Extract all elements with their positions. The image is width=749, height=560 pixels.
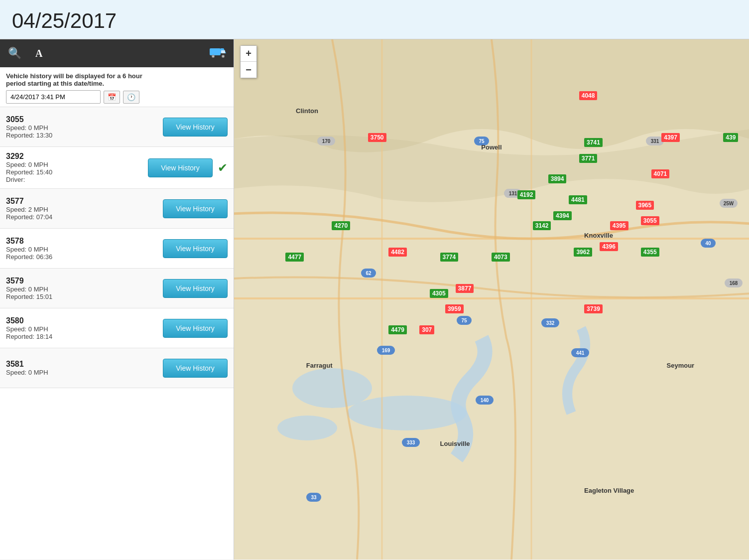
view-history-button[interactable]: View History xyxy=(163,359,228,378)
map-vehicle-label[interactable]: 3894 xyxy=(548,174,567,183)
svg-text:168: 168 xyxy=(730,280,738,286)
vehicle-reported: Reported: 07:04 xyxy=(6,213,163,221)
map-vehicle-label[interactable]: 4479 xyxy=(388,325,407,334)
view-history-button[interactable]: View History xyxy=(163,199,228,218)
vehicle-speed: Speed: 0 MPH xyxy=(6,246,163,253)
date-input-row: 📅 🕐 xyxy=(6,90,228,104)
svg-text:333: 333 xyxy=(407,440,415,445)
map-vehicle-label[interactable]: 4481 xyxy=(569,195,587,204)
vehicle-reported: Reported: 15:01 xyxy=(6,293,163,300)
map-controls: + − xyxy=(240,45,257,78)
vehicle-id: 3055 xyxy=(6,115,163,124)
zoom-in-button[interactable]: + xyxy=(241,46,256,62)
svg-text:140: 140 xyxy=(481,398,489,403)
svg-text:25W: 25W xyxy=(724,201,734,206)
vehicle-actions: View History xyxy=(163,199,228,218)
view-history-button[interactable]: View History xyxy=(148,158,213,177)
view-history-button[interactable]: View History xyxy=(163,118,228,137)
vehicle-item: 3577Speed: 2 MPHReported: 07:04View Hist… xyxy=(0,189,234,229)
map-vehicle-label[interactable]: 4394 xyxy=(553,211,572,220)
vehicle-id: 3292 xyxy=(6,152,148,161)
map-vehicle-label[interactable]: 307 xyxy=(419,325,434,334)
vehicle-info: 3292Speed: 0 MPHReported: 15:40Driver: xyxy=(6,152,148,183)
vehicle-id: 3578 xyxy=(6,237,163,246)
view-history-button[interactable]: View History xyxy=(163,319,228,338)
map-vehicle-label[interactable]: 3965 xyxy=(636,201,654,210)
map-vehicle-label[interactable]: 4071 xyxy=(651,169,670,178)
zoom-out-button[interactable]: − xyxy=(241,62,256,78)
vehicle-actions: View History xyxy=(163,118,228,137)
map-vehicle-label[interactable]: 3877 xyxy=(456,284,474,293)
svg-point-6 xyxy=(223,55,224,57)
map-vehicle-label[interactable]: 3741 xyxy=(584,138,603,147)
map-vehicle-label[interactable]: 3962 xyxy=(574,248,592,257)
selected-checkmark: ✔ xyxy=(218,161,228,175)
vehicle-speed: Speed: 0 MPH xyxy=(6,325,163,333)
vehicle-info: 3578Speed: 0 MPHReported: 06:36 xyxy=(6,237,163,261)
vehicle-reported: Reported: 18:14 xyxy=(6,333,163,340)
calendar-button[interactable]: 📅 xyxy=(104,91,120,104)
svg-text:75: 75 xyxy=(479,139,485,144)
svg-point-8 xyxy=(292,368,372,408)
page-date: 04/25/2017 xyxy=(12,9,737,33)
vehicle-id: 3579 xyxy=(6,277,163,285)
vehicle-id: 3580 xyxy=(6,316,163,325)
map-vehicle-label[interactable]: 4397 xyxy=(661,133,680,142)
clock-button[interactable]: 🕐 xyxy=(123,91,139,104)
svg-text:33: 33 xyxy=(311,495,317,500)
view-history-button[interactable]: View History xyxy=(163,239,228,258)
map-area: 75 62 75 441 140 332 169 333 33 331 170 … xyxy=(234,39,749,560)
map-vehicle-label[interactable]: 4305 xyxy=(430,289,448,298)
map-vehicle-label[interactable]: 4073 xyxy=(492,253,510,262)
map-vehicle-label[interactable]: 4477 xyxy=(285,253,304,262)
vehicle-info: 3581Speed: 0 MPH xyxy=(6,360,163,376)
vehicle-id: 3581 xyxy=(6,360,163,369)
svg-rect-2 xyxy=(221,50,225,53)
map-vehicle-label[interactable]: 4355 xyxy=(641,248,659,257)
map-vehicle-label[interactable]: 4270 xyxy=(332,221,350,230)
svg-point-4 xyxy=(213,55,214,57)
map-vehicle-label[interactable]: 3739 xyxy=(584,304,603,313)
vehicle-reported: Reported: 06:36 xyxy=(6,253,163,261)
map-vehicle-label[interactable]: 4192 xyxy=(517,190,536,199)
date-input[interactable] xyxy=(6,90,101,104)
svg-text:40: 40 xyxy=(705,241,711,246)
filter-hint: Vehicle history will be displayed for a … xyxy=(6,72,228,87)
map-vehicle-label[interactable]: 3774 xyxy=(440,253,459,262)
vehicle-speed: Speed: 0 MPH xyxy=(6,285,163,293)
svg-text:441: 441 xyxy=(576,350,585,356)
vehicle-actions: View History✔ xyxy=(148,158,228,177)
map-vehicle-label[interactable]: 3959 xyxy=(445,304,464,313)
search-icon[interactable]: 🔍 xyxy=(6,45,23,62)
map-vehicle-label[interactable]: 4482 xyxy=(388,248,407,257)
toolbar: 🔍 A xyxy=(0,39,234,67)
view-history-button[interactable]: View History xyxy=(163,279,228,298)
vehicle-actions: View History xyxy=(163,319,228,338)
svg-text:169: 169 xyxy=(382,348,390,353)
map-vehicle-label[interactable]: 4048 xyxy=(579,91,598,100)
vehicle-speed: Speed: 2 MPH xyxy=(6,206,163,213)
vehicle-reported: Reported: 15:40 xyxy=(6,168,148,176)
truck-icon[interactable] xyxy=(210,45,228,62)
map-vehicle-label[interactable]: 4395 xyxy=(610,221,628,230)
svg-text:170: 170 xyxy=(322,139,331,144)
left-panel: 🔍 A Vehicle history will be displayed fo… xyxy=(0,39,234,560)
vehicles-list[interactable]: 3055Speed: 0 MPHReported: 13:30View Hist… xyxy=(0,107,234,560)
vehicle-item: 3578Speed: 0 MPHReported: 06:36View Hist… xyxy=(0,229,234,269)
map-vehicle-label[interactable]: 4396 xyxy=(600,242,618,251)
svg-text:332: 332 xyxy=(546,320,555,326)
vehicle-item: 3580Speed: 0 MPHReported: 18:14View Hist… xyxy=(0,308,234,348)
svg-text:331: 331 xyxy=(651,139,659,144)
vehicle-speed: Speed: 0 MPH xyxy=(6,369,163,376)
vehicle-id: 3577 xyxy=(6,197,163,206)
map-vehicle-label[interactable]: 3771 xyxy=(579,154,598,163)
map-vehicle-label[interactable]: 3055 xyxy=(641,216,659,225)
map-vehicle-label[interactable]: 3142 xyxy=(533,221,551,230)
map-vehicle-label[interactable]: 439 xyxy=(723,133,738,142)
vehicle-actions: View History xyxy=(163,359,228,378)
svg-text:131: 131 xyxy=(509,191,517,196)
map-vehicle-label[interactable]: 3750 xyxy=(368,133,386,142)
alert-icon[interactable]: A xyxy=(33,46,44,61)
svg-text:62: 62 xyxy=(366,271,372,276)
vehicle-actions: View History xyxy=(163,279,228,298)
